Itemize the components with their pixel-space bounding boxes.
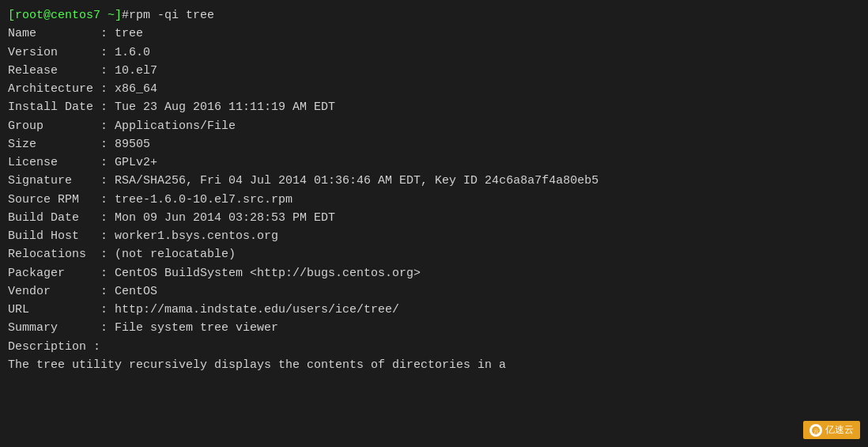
rpm-line-signature: Signature : RSA/SHA256, Fri 04 Jul 2014 … [8,172,860,190]
rpm-line-name: Name : tree [8,25,860,43]
rpm-line-install-date: Install Date : Tue 23 Aug 2016 11:11:19 … [8,98,860,116]
rpm-description-text: The tree utility recursively displays th… [8,356,860,374]
prompt-user: [root@centos7 ~] [8,9,122,22]
rpm-line-build-date: Build Date : Mon 09 Jun 2014 03:28:53 PM… [8,209,860,227]
watermark-text: 亿速云 [825,423,854,437]
rpm-line-source-rpm: Source RPM : tree-1.6.0-10.el7.src.rpm [8,191,860,209]
rpm-line-description-header: Description : [8,338,860,356]
rpm-line-build-host: Build Host : worker1.bsys.centos.org [8,227,860,245]
command-text: rpm -qi tree [129,9,214,22]
rpm-line-packager: Packager : CentOS BuildSystem <http://bu… [8,264,860,282]
rpm-line-size: Size : 89505 [8,135,860,153]
rpm-line-group: Group : Applications/File [8,117,860,135]
prompt-hash: # [122,9,129,22]
rpm-line-version: Version : 1.6.0 [8,44,860,62]
rpm-line-relocations: Relocations : (not relocatable) [8,245,860,263]
rpm-line-release: Release : 10.el7 [8,62,860,80]
watermark-icon: 云 [810,424,822,437]
rpm-line-summary: Summary : File system tree viewer [8,319,860,337]
rpm-line-license: License : GPLv2+ [8,153,860,172]
svg-text:云: 云 [813,428,819,434]
rpm-line-arch: Architecture : x86_64 [8,80,860,98]
rpm-line-vendor: Vendor : CentOS [8,282,860,301]
watermark: 云 亿速云 [803,421,860,439]
terminal-window: [root@centos7 ~]#rpm -qi tree Name : tre… [0,0,868,447]
rpm-line-url: URL : http://mama.indstate.edu/users/ice… [8,301,860,319]
command-line: [root@centos7 ~]#rpm -qi tree [8,6,860,25]
